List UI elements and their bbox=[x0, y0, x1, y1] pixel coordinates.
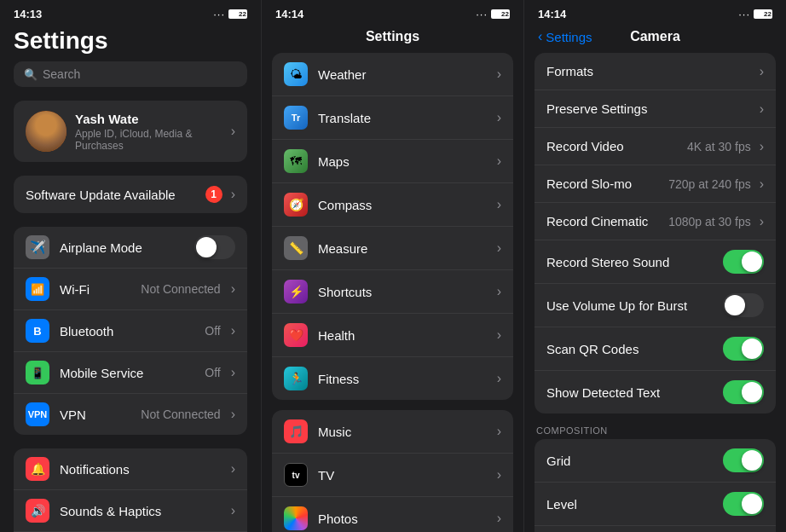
chevron-right-icon: › bbox=[231, 124, 235, 139]
camera-item-level[interactable]: Level bbox=[535, 483, 776, 526]
back-button[interactable]: Settings bbox=[546, 30, 592, 44]
chevron-right-icon: › bbox=[231, 407, 235, 422]
middle-item-maps[interactable]: 🗺 Maps › bbox=[272, 140, 513, 183]
bluetooth-value: Off bbox=[205, 324, 220, 338]
detected-text-toggle[interactable] bbox=[723, 380, 764, 404]
middle-item-fitness[interactable]: 🏃 Fitness › bbox=[272, 357, 513, 400]
airplane-toggle[interactable] bbox=[194, 235, 235, 259]
middle-item-music[interactable]: 🎵 Music › bbox=[272, 410, 513, 454]
camera-item-grid[interactable]: Grid bbox=[535, 439, 776, 483]
formats-label: Formats bbox=[546, 64, 751, 78]
signal-dots-right: ··· bbox=[738, 8, 750, 20]
chevron-right-icon: › bbox=[760, 64, 764, 79]
chevron-right-icon: › bbox=[231, 187, 235, 202]
camera-item-slo-mo[interactable]: Record Slo-mo 720p at 240 fps › bbox=[535, 165, 776, 203]
health-icon: ❤️ bbox=[284, 323, 308, 347]
camera-item-record-video[interactable]: Record Video 4K at 30 fps › bbox=[535, 128, 776, 165]
wifi-value: Not Connected bbox=[141, 282, 220, 296]
chevron-right-icon: › bbox=[497, 110, 501, 125]
chevron-right-icon: › bbox=[760, 101, 764, 117]
shortcuts-label: Shortcuts bbox=[318, 285, 487, 299]
chevron-right-icon: › bbox=[231, 323, 235, 338]
camera-item-volume-burst[interactable]: Use Volume Up for Burst bbox=[535, 284, 776, 327]
translate-icon: Tr bbox=[284, 106, 308, 130]
weather-label: Weather bbox=[318, 67, 487, 82]
health-label: Health bbox=[318, 328, 487, 343]
system-settings-group: 🔔 Notifications › 🔊 Sounds & Haptics › 🌙… bbox=[14, 448, 247, 532]
photos-icon bbox=[284, 506, 308, 530]
slo-mo-label: Record Slo-mo bbox=[546, 176, 660, 191]
battery-right: 22 bbox=[754, 9, 772, 19]
middle-item-translate[interactable]: Tr Translate › bbox=[272, 96, 513, 140]
level-label: Level bbox=[546, 497, 714, 512]
stereo-toggle[interactable] bbox=[723, 250, 764, 274]
settings-item-vpn[interactable]: VPN VPN Not Connected › bbox=[14, 394, 247, 435]
slo-mo-value: 720p at 240 fps bbox=[668, 177, 751, 191]
camera-item-formats[interactable]: Formats › bbox=[535, 53, 776, 90]
music-label: Music bbox=[318, 425, 487, 439]
level-toggle[interactable] bbox=[723, 492, 764, 516]
settings-item-bluetooth[interactable]: B Bluetooth Off › bbox=[14, 310, 247, 352]
settings-item-wifi[interactable]: 📶 Wi-Fi Not Connected › bbox=[14, 269, 247, 310]
back-chevron-icon: ‹ bbox=[538, 29, 542, 44]
status-time-left: 14:13 bbox=[14, 8, 42, 20]
qr-toggle[interactable] bbox=[723, 337, 764, 361]
middle-item-tv[interactable]: tv TV › bbox=[272, 454, 513, 497]
chevron-right-icon: › bbox=[231, 461, 235, 477]
translate-label: Translate bbox=[318, 111, 487, 125]
middle-item-measure[interactable]: 📏 Measure › bbox=[272, 227, 513, 270]
detected-text-label: Show Detected Text bbox=[546, 385, 714, 400]
camera-item-cinematic[interactable]: Record Cinematic 1080p at 30 fps › bbox=[535, 203, 776, 240]
photos-label: Photos bbox=[318, 512, 487, 526]
cinematic-label: Record Cinematic bbox=[546, 214, 660, 228]
mobile-icon: 📱 bbox=[26, 361, 49, 385]
middle-group1: 🌤 Weather › Tr Translate › 🗺 Maps › 🧭 Co… bbox=[272, 53, 513, 400]
tv-label: TV bbox=[318, 468, 487, 483]
middle-item-weather[interactable]: 🌤 Weather › bbox=[272, 53, 513, 96]
right-panel: 14:14 ··· 22 ‹ Settings Camera Formats ›… bbox=[524, 0, 786, 532]
record-video-value: 4K at 30 fps bbox=[687, 140, 751, 153]
middle-item-health[interactable]: ❤️ Health › bbox=[272, 314, 513, 357]
middle-item-shortcuts[interactable]: ⚡ Shortcuts › bbox=[272, 270, 513, 314]
chevron-right-icon: › bbox=[497, 240, 501, 256]
settings-item-airplane[interactable]: ✈️ Airplane Mode bbox=[14, 227, 247, 269]
chevron-right-icon: › bbox=[497, 511, 501, 526]
shortcuts-icon: ⚡ bbox=[284, 280, 308, 304]
camera-settings-group: Formats › Preserve Settings › Record Vid… bbox=[535, 53, 776, 413]
measure-label: Measure bbox=[318, 241, 487, 256]
chevron-right-icon: › bbox=[497, 197, 501, 212]
settings-item-sounds[interactable]: 🔊 Sounds & Haptics › bbox=[14, 490, 247, 532]
camera-title: Camera bbox=[630, 29, 680, 44]
search-bar[interactable]: 🔍 Search bbox=[14, 61, 247, 87]
weather-icon: 🌤 bbox=[284, 62, 308, 86]
status-bar-middle: 14:14 ··· 22 bbox=[262, 0, 523, 24]
compass-icon: 🧭 bbox=[284, 193, 308, 217]
status-icons-middle: ··· 22 bbox=[476, 8, 510, 20]
fitness-label: Fitness bbox=[318, 372, 487, 386]
camera-item-qr[interactable]: Scan QR Codes bbox=[535, 327, 776, 371]
middle-item-photos[interactable]: Photos › bbox=[272, 497, 513, 532]
camera-item-stereo[interactable]: Record Stereo Sound bbox=[535, 240, 776, 284]
camera-item-preserve[interactable]: Preserve Settings › bbox=[535, 90, 776, 128]
user-card[interactable]: Yash Wate Apple ID, iCloud, Media & Purc… bbox=[14, 101, 247, 162]
middle-item-compass[interactable]: 🧭 Compass › bbox=[272, 183, 513, 227]
camera-item-mirror[interactable]: Mirror Front Camera bbox=[535, 526, 776, 532]
middle-title: Settings bbox=[366, 29, 419, 43]
camera-item-detected-text[interactable]: Show Detected Text bbox=[535, 371, 776, 413]
vpn-icon: VPN bbox=[26, 402, 49, 426]
settings-item-notifications[interactable]: 🔔 Notifications › bbox=[14, 448, 247, 490]
signal-dots-left: ··· bbox=[213, 8, 225, 20]
settings-item-mobile[interactable]: 📱 Mobile Service Off › bbox=[14, 352, 247, 394]
chevron-right-icon: › bbox=[760, 214, 764, 229]
software-update-label: Software Update Available bbox=[26, 188, 197, 202]
airplane-icon: ✈️ bbox=[26, 235, 49, 259]
notifications-label: Notifications bbox=[60, 462, 221, 477]
chevron-right-icon: › bbox=[760, 176, 764, 192]
chevron-right-icon: › bbox=[497, 284, 501, 299]
volume-burst-toggle[interactable] bbox=[723, 293, 764, 317]
grid-toggle[interactable] bbox=[723, 448, 764, 472]
vpn-value: Not Connected bbox=[141, 408, 220, 421]
chevron-right-icon: › bbox=[760, 139, 764, 154]
network-settings-group: ✈️ Airplane Mode 📶 Wi-Fi Not Connected ›… bbox=[14, 227, 247, 435]
software-update-item[interactable]: Software Update Available 1 › bbox=[14, 176, 247, 213]
